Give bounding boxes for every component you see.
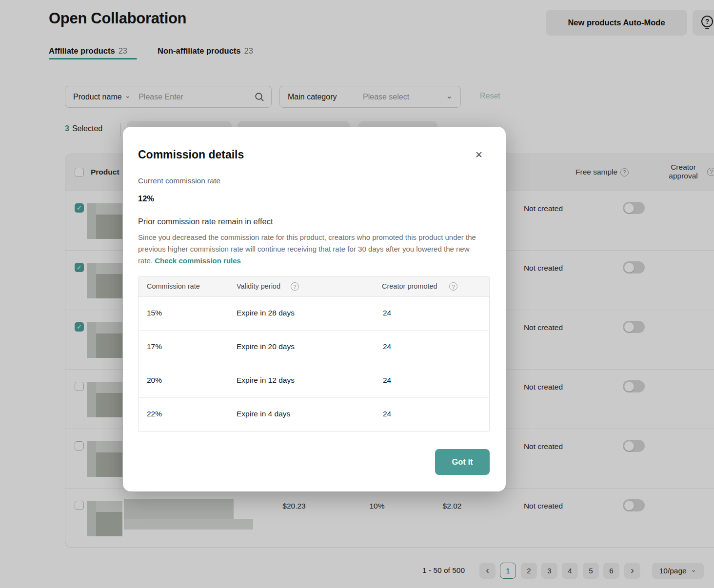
- commission-table-row: 15% Expire in 28 days 24: [139, 297, 489, 331]
- commission-rates-table: Commission rate Validity period ? Creato…: [138, 276, 490, 432]
- question-circle-icon[interactable]: ?: [449, 282, 457, 291]
- modal-title: Commission details: [138, 148, 244, 161]
- promoted-cell: 24: [383, 376, 391, 385]
- current-rate-value: 12%: [138, 194, 154, 203]
- column-creator-promoted: Creator promoted: [382, 282, 437, 290]
- commission-details-modal: Commission details ✕ Current commission …: [123, 127, 506, 491]
- commission-table-row: 20% Expire in 12 days 24: [139, 364, 489, 398]
- prior-rate-description: Since you decreased the commission rate …: [138, 232, 485, 267]
- promoted-cell: 24: [383, 410, 391, 418]
- rate-cell: 20%: [147, 376, 162, 385]
- commission-table-header: Commission rate Validity period ? Creato…: [139, 276, 489, 297]
- promoted-cell: 24: [383, 342, 391, 351]
- prior-rate-heading: Prior commission rate remain in effect: [138, 217, 273, 226]
- rate-cell: 22%: [147, 410, 162, 418]
- close-icon[interactable]: ✕: [475, 149, 483, 160]
- question-circle-icon[interactable]: ?: [291, 282, 299, 291]
- column-commission-rate: Commission rate: [147, 282, 200, 290]
- check-commission-rules-link[interactable]: Check commission rules: [155, 256, 241, 265]
- validity-cell: Expire in 20 days: [237, 342, 295, 351]
- got-it-button-label: Got it: [452, 457, 473, 467]
- column-validity-period: Validity period: [237, 282, 280, 290]
- commission-table-row: 22% Expire in 4 days 24: [139, 398, 489, 431]
- promoted-cell: 24: [383, 309, 391, 317]
- got-it-button[interactable]: Got it: [435, 449, 490, 475]
- rate-cell: 15%: [147, 309, 162, 317]
- validity-cell: Expire in 4 days: [237, 410, 290, 418]
- commission-table-row: 17% Expire in 20 days 24: [139, 331, 489, 364]
- rate-cell: 17%: [147, 342, 162, 351]
- current-rate-label: Current commission rate: [138, 176, 220, 185]
- validity-cell: Expire in 28 days: [237, 309, 295, 317]
- validity-cell: Expire in 12 days: [237, 376, 295, 385]
